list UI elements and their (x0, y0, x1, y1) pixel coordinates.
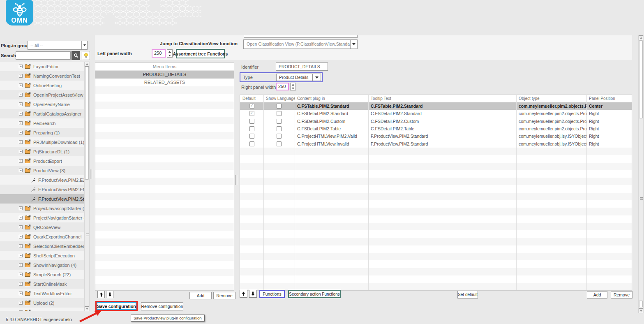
type-select[interactable]: Product Details (276, 74, 312, 81)
expand-toggle-icon[interactable]: + (19, 216, 23, 220)
tree-item-group[interactable]: + PRJMultipleDownload (1) (0, 137, 84, 147)
jump-function-dropdown-button[interactable] (350, 39, 358, 49)
assortment-tree-functions-button[interactable]: Assortment tree Functions (176, 49, 225, 58)
set-default-button[interactable]: Set default (457, 291, 478, 299)
tree-item-group[interactable]: + TextWorkflowEditor (0, 289, 84, 298)
step-up-icon[interactable] (167, 50, 172, 53)
tree-item-group[interactable]: + SimpleSearch (22) (0, 270, 84, 279)
menu-item-move-up-button[interactable] (97, 291, 105, 298)
plugin-move-up-button[interactable] (240, 290, 247, 298)
tree-item-group[interactable]: + OpenPeoByName (0, 100, 84, 109)
tree-item-group[interactable]: + PeoSearch (0, 118, 84, 128)
expand-toggle-icon[interactable]: + (19, 225, 23, 229)
search-button[interactable] (72, 51, 80, 60)
show-language-bar-checkbox[interactable] (277, 134, 282, 139)
tree-scrollbar[interactable] (84, 62, 90, 311)
left-splitter-handle[interactable] (90, 169, 92, 179)
expand-toggle-icon[interactable]: + (19, 292, 23, 295)
tree-item-group[interactable]: + ShellScriptExecution (0, 251, 84, 260)
tree-item-group[interactable]: + QRCodeView (0, 222, 84, 232)
scroll-down-button[interactable] (639, 308, 643, 313)
expand-toggle-icon[interactable]: + (19, 93, 23, 97)
show-language-bar-checkbox[interactable] (277, 111, 282, 116)
table-row[interactable]: C.FSDetail.PIM2.Standard C.FSDetail.PIM2… (240, 110, 632, 117)
tree-item-group[interactable]: + ProjectNavigationStarter (1) (0, 213, 84, 222)
expand-toggle-icon[interactable]: + (19, 65, 23, 68)
table-row[interactable]: C.ProjectHTMLView.Invalid F.ProductView.… (240, 140, 632, 147)
tree-item-group[interactable]: + Upload (2) (0, 298, 84, 308)
tree-item-group[interactable]: + PrjStructureDL (1) (0, 147, 84, 156)
step-down-icon[interactable] (291, 87, 295, 90)
expand-toggle-icon[interactable]: + (19, 131, 23, 134)
expand-toggle-icon[interactable]: + (19, 83, 23, 87)
functions-button[interactable]: Functions (259, 290, 285, 298)
tree-item-function[interactable]: F.ProductView.PIM2.EMPTY (0, 185, 84, 194)
expand-toggle-icon[interactable]: + (19, 235, 23, 238)
hint-button[interactable] (82, 51, 90, 60)
secondary-action-functions-button[interactable]: Secondary action Functions (288, 290, 341, 298)
tree-item-function[interactable]: F.ProductView.PIM2.E2E (0, 175, 84, 185)
show-language-bar-checkbox[interactable] (277, 141, 282, 146)
plugin-remove-button[interactable]: Remove (611, 291, 632, 299)
center-splitter-handle[interactable] (235, 175, 237, 185)
tree-item-group[interactable]: − ProductView (3) (0, 166, 84, 175)
expand-toggle-icon[interactable]: + (19, 206, 23, 210)
tree-item-group[interactable]: + ProjectJavascriptStarter (3) (0, 204, 84, 213)
plugin-add-button[interactable]: Add (587, 291, 607, 299)
plugin-group-dropdown-button[interactable] (82, 41, 88, 50)
table-row[interactable]: C.FSDetail.PIM2.Table C.FSDetail.PIM2.Ta… (240, 125, 632, 132)
show-language-bar-checkbox[interactable] (277, 104, 282, 109)
expand-toggle-icon[interactable]: + (19, 301, 23, 305)
show-language-bar-checkbox[interactable] (277, 119, 282, 124)
default-checkbox[interactable] (249, 104, 254, 109)
tree-item-group[interactable]: + OnlineBriefing (0, 81, 84, 90)
default-checkbox[interactable] (249, 134, 254, 139)
main-scrollbar[interactable] (638, 35, 644, 313)
default-checkbox[interactable] (249, 141, 254, 146)
left-panel-width-input[interactable]: 250 (152, 49, 166, 58)
tree-item-group[interactable]: + (0, 308, 84, 311)
expand-toggle-icon[interactable]: + (19, 140, 23, 144)
tree-item-group[interactable]: + ProductExport (0, 156, 84, 166)
right-panel-width-stepper[interactable] (290, 83, 296, 90)
default-checkbox[interactable] (249, 126, 254, 131)
default-checkbox[interactable] (249, 111, 254, 116)
expand-toggle-icon[interactable]: + (19, 150, 23, 153)
default-checkbox[interactable] (249, 119, 254, 124)
identifier-input[interactable]: PRODUCT_DETAILS (276, 62, 328, 71)
expand-toggle-icon[interactable]: + (19, 159, 23, 163)
step-down-icon[interactable] (167, 53, 172, 57)
expand-toggle-icon[interactable]: + (19, 244, 23, 248)
expand-toggle-icon[interactable]: + (19, 282, 23, 286)
tree-item-group[interactable]: + PartialCatalogsAssigner (0, 109, 84, 118)
tree-item-group[interactable]: + Preparing (1) (0, 128, 84, 137)
type-dropdown-button[interactable] (312, 74, 321, 81)
menu-item-move-down-button[interactable] (106, 291, 113, 298)
menu-item[interactable]: PRODUCT_DETAILS (95, 71, 234, 79)
remove-configuration-button[interactable]: Remove configuration (141, 302, 183, 310)
plugin-move-down-button[interactable] (249, 290, 257, 298)
table-row[interactable]: C.ProjectHTMLView.PIM2.Valid F.ProductVi… (240, 132, 632, 140)
tree-item-group[interactable]: + StartOnlineMask (0, 279, 84, 289)
tree-item-group[interactable]: + ShowInNavigation (4) (0, 260, 84, 270)
expand-toggle-icon[interactable]: + (19, 254, 23, 257)
expand-toggle-icon[interactable]: + (19, 112, 23, 116)
show-language-bar-checkbox[interactable] (277, 126, 282, 131)
left-panel-width-stepper[interactable] (167, 49, 173, 58)
table-row[interactable]: C.FSDetail.PIM2.Custom C.FSDetail.PIM2.C… (240, 118, 632, 125)
tree-item-group[interactable]: + LayoutEditor (0, 62, 84, 71)
expand-toggle-icon[interactable]: + (19, 74, 23, 78)
menu-item-remove-button[interactable]: Remove (213, 292, 235, 299)
expand-toggle-icon[interactable]: − (19, 169, 23, 172)
expand-toggle-icon[interactable]: + (19, 263, 23, 267)
tree-item-group[interactable]: + NamingConventionTest (0, 71, 84, 81)
plugin-group-select[interactable]: -- all -- (28, 41, 82, 50)
scroll-up-button[interactable] (639, 35, 643, 40)
scroll-up-button[interactable] (85, 62, 89, 67)
table-row[interactable]: C.FSTable.PIM2.Standard C.FSTable.PIM2.S… (240, 102, 632, 110)
tree-item-function[interactable]: F.ProductView.PIM2.Standard (0, 194, 84, 204)
expand-toggle-icon[interactable]: + (19, 102, 23, 106)
expand-toggle-icon[interactable]: + (19, 121, 23, 125)
tree-item-group[interactable]: + SelectionClientEmbedded (0, 241, 84, 251)
jump-function-select[interactable]: Open Classification View (P.Classificati… (243, 39, 350, 49)
